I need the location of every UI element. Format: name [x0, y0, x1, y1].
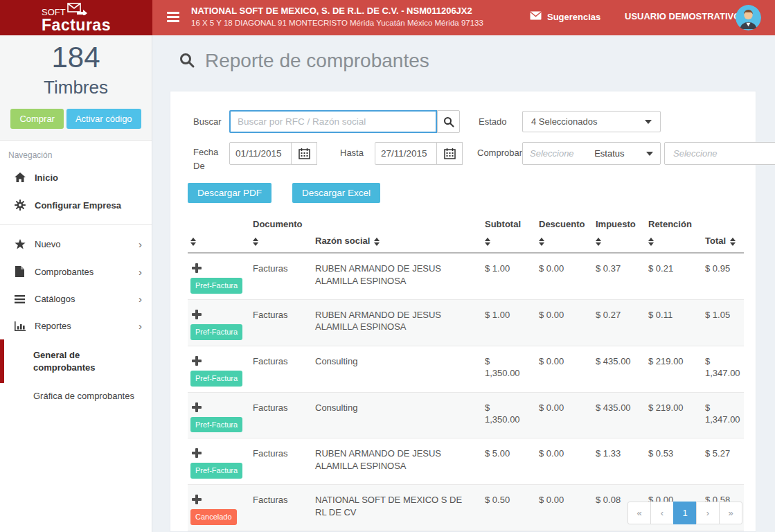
table-row: Pref-Factura Facturas RUBEN ARMANDO DE J… [188, 299, 744, 346]
home-icon [14, 172, 26, 183]
col-total: Total [702, 215, 744, 253]
sidebar-subitem-grafica-de-comprobantes[interactable]: Gráfica de comprobantes [0, 383, 152, 409]
sidebar-item-nuevo[interactable]: Nuevo › [0, 231, 152, 258]
cell-impuesto: $ 0.37 [593, 253, 645, 299]
download-excel-button[interactable]: Descargar Excel [292, 183, 380, 203]
user-menu[interactable]: USUARIO DEMOSTRATIVO [625, 11, 740, 21]
sidebar: 184 Timbres Comprar Activar código Naveg… [0, 35, 152, 532]
activate-code-button[interactable]: Activar código [66, 109, 141, 129]
pagination-first-button[interactable]: « [627, 502, 651, 524]
row-status-cell: Cancelado [188, 485, 250, 531]
pagination-next-button[interactable]: › [696, 502, 720, 524]
sort-icon[interactable] [539, 238, 544, 246]
fecha-de-label: Fecha De [193, 145, 225, 172]
status-badge: Pref-Factura [190, 324, 242, 340]
expand-row-plus-icon[interactable] [192, 402, 202, 412]
extra-filter-select[interactable] [664, 142, 775, 165]
hasta-label: Hasta [340, 148, 364, 158]
caret-down-icon [645, 120, 652, 124]
expand-row-plus-icon[interactable] [192, 263, 202, 273]
sort-icon[interactable] [190, 238, 196, 246]
fecha-de-input[interactable] [229, 142, 292, 165]
cell-retencion: $ 219.00 [645, 392, 702, 438]
suggestions-label: Sugerencias [547, 12, 600, 22]
cell-razon-social: Consulting [312, 392, 482, 438]
sidebar-item-inicio[interactable]: Inicio [0, 164, 152, 191]
menu-toggle-button[interactable] [167, 12, 181, 23]
cell-impuesto: $ 435.00 [593, 346, 645, 392]
hasta-calendar-button[interactable] [436, 142, 463, 165]
status-badge: Cancelado [190, 509, 237, 525]
col-subtotal: Subtotal [482, 215, 536, 253]
sort-icon[interactable] [596, 238, 601, 246]
sort-icon[interactable] [730, 238, 736, 246]
top-header: SOFT Facturas NATIONAL SOFT DE MEXICO, S… [0, 0, 775, 35]
expand-row-plus-icon[interactable] [192, 310, 202, 319]
download-pdf-button[interactable]: Descargar PDF [188, 183, 271, 203]
cell-documento: Facturas [250, 346, 312, 392]
cell-documento: Facturas [250, 392, 312, 438]
comprobante-estatus-select[interactable]: Seleccione Estatus [522, 142, 661, 165]
cell-total: $ 5.27 [702, 438, 744, 485]
user-avatar[interactable] [736, 5, 761, 30]
sidebar-item-comprobantes[interactable]: Comprobantes › [0, 258, 152, 285]
cell-descuento: $ 0.00 [536, 485, 593, 531]
cell-descuento: $ 0.00 [536, 253, 593, 299]
sidebar-item-catalogos[interactable]: Catálogos › [0, 285, 152, 312]
buy-button[interactable]: Comprar [10, 109, 64, 129]
hasta-input[interactable] [375, 142, 437, 165]
user-name: USUARIO DEMOSTRATIVO [625, 11, 740, 21]
search-button[interactable] [437, 110, 460, 133]
logo-facturas-text: Facturas [42, 17, 111, 33]
row-status-cell: Pref-Factura [188, 253, 250, 299]
app-logo[interactable]: SOFT Facturas [0, 0, 152, 35]
sort-icon[interactable] [253, 238, 258, 246]
table-row: Pref-Factura Facturas Consulting $ 1,350… [188, 392, 744, 438]
cell-retencion: $ 0.21 [645, 253, 702, 299]
sort-icon[interactable] [485, 238, 490, 246]
estatus-placeholder: Seleccione [530, 148, 574, 159]
list-icon [14, 295, 26, 303]
pagination-page-1-button[interactable]: 1 [673, 502, 697, 524]
envelope-arrow-logo-icon [67, 3, 88, 17]
fecha-de-calendar-button[interactable] [291, 142, 317, 165]
cell-subtotal: $ 1,350.00 [482, 392, 536, 438]
cell-razon-social: RUBEN ARMANDO DE JESUS ALAMILLA ESPINOSA [312, 299, 482, 346]
page-title-text: Reporte de comprobantes [205, 50, 429, 72]
sidebar-subitem-general-de-comprobantes[interactable]: General de comprobantes [0, 339, 152, 383]
download-buttons: Descargar PDF Descargar Excel [170, 183, 756, 203]
cell-descuento: $ 0.00 [536, 346, 593, 392]
expand-row-plus-icon[interactable] [192, 356, 202, 366]
status-badge: Pref-Factura [190, 417, 242, 433]
chevron-right-icon: › [139, 321, 142, 331]
col-razon-social: Razón social [312, 215, 482, 253]
pagination-last-button[interactable]: » [719, 502, 742, 524]
search-input[interactable] [229, 110, 437, 133]
filters-section: Buscar Estado 4 Seleccionados Fecha De H… [170, 91, 756, 183]
estado-select[interactable]: 4 Seleccionados [522, 111, 661, 132]
stamps-count: 184 [0, 41, 152, 74]
search-title-icon [179, 52, 195, 71]
estatus-word: Estatus [594, 148, 625, 159]
col-impuesto: Impuesto [593, 215, 645, 253]
suggestions-link[interactable]: Sugerencias [530, 11, 600, 22]
sort-icon[interactable] [648, 238, 654, 246]
stamps-label: Timbres [0, 77, 152, 98]
gear-icon [14, 200, 26, 211]
col-retencion: Retención [645, 215, 702, 253]
sort-icon[interactable] [374, 238, 380, 246]
estado-value: 4 Seleccionados [531, 116, 597, 127]
cell-subtotal: $ 1.00 [482, 299, 536, 346]
sidebar-item-configurar-empresa[interactable]: Configurar Empresa [0, 191, 152, 219]
sidebar-divider [0, 224, 152, 225]
cell-impuesto: $ 435.00 [593, 392, 645, 438]
caret-down-icon [646, 152, 653, 156]
cell-total: $ 1.05 [702, 299, 744, 346]
expand-row-plus-icon[interactable] [192, 448, 202, 458]
cell-descuento: $ 0.00 [536, 438, 593, 485]
cell-impuesto: $ 0.27 [593, 299, 645, 346]
pagination-prev-button[interactable]: ‹ [650, 502, 674, 524]
chevron-right-icon: › [139, 239, 142, 249]
expand-row-plus-icon[interactable] [192, 495, 202, 504]
sidebar-item-reportes[interactable]: Reportes › [0, 312, 152, 339]
